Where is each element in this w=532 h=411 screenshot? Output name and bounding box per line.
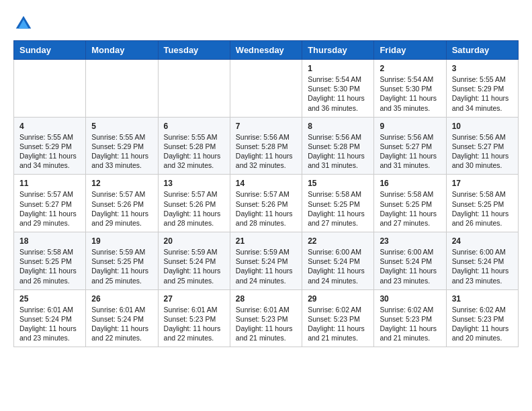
day-number: 11 bbox=[19, 179, 80, 188]
calendar-week-row: 11Sunrise: 5:57 AM Sunset: 5:27 PM Dayli… bbox=[14, 175, 519, 232]
calendar-cell: 16Sunrise: 5:58 AM Sunset: 5:25 PM Dayli… bbox=[374, 175, 446, 232]
day-info: Sunrise: 6:01 AM Sunset: 5:23 PM Dayligh… bbox=[236, 305, 296, 343]
calendar-cell: 18Sunrise: 5:58 AM Sunset: 5:25 PM Dayli… bbox=[14, 232, 86, 290]
calendar-cell: 8Sunrise: 5:56 AM Sunset: 5:28 PM Daylig… bbox=[302, 117, 374, 175]
day-info: Sunrise: 5:57 AM Sunset: 5:27 PM Dayligh… bbox=[19, 189, 80, 228]
calendar-cell: 6Sunrise: 5:55 AM Sunset: 5:28 PM Daylig… bbox=[158, 117, 230, 175]
day-number: 8 bbox=[308, 122, 368, 131]
day-info: Sunrise: 5:56 AM Sunset: 5:27 PM Dayligh… bbox=[452, 132, 513, 171]
day-info: Sunrise: 5:54 AM Sunset: 5:30 PM Dayligh… bbox=[380, 75, 440, 113]
day-number: 16 bbox=[380, 179, 440, 188]
day-number: 14 bbox=[236, 179, 296, 188]
weekday-header-saturday: Saturday bbox=[446, 41, 518, 60]
day-number: 10 bbox=[452, 122, 513, 131]
day-info: Sunrise: 6:00 AM Sunset: 5:24 PM Dayligh… bbox=[380, 247, 440, 285]
day-number: 12 bbox=[91, 179, 152, 188]
day-info: Sunrise: 5:57 AM Sunset: 5:26 PM Dayligh… bbox=[236, 189, 296, 228]
day-number: 26 bbox=[91, 294, 152, 304]
weekday-header-monday: Monday bbox=[86, 41, 158, 60]
calendar-cell: 28Sunrise: 6:01 AM Sunset: 5:23 PM Dayli… bbox=[230, 289, 302, 347]
day-number: 25 bbox=[19, 294, 80, 304]
day-number: 22 bbox=[308, 236, 368, 246]
calendar-cell: 14Sunrise: 5:57 AM Sunset: 5:26 PM Dayli… bbox=[230, 175, 302, 232]
calendar-cell: 4Sunrise: 5:55 AM Sunset: 5:29 PM Daylig… bbox=[14, 117, 86, 175]
calendar-week-row: 25Sunrise: 6:01 AM Sunset: 5:24 PM Dayli… bbox=[14, 289, 519, 347]
calendar-cell: 22Sunrise: 6:00 AM Sunset: 5:24 PM Dayli… bbox=[302, 232, 374, 290]
day-number: 18 bbox=[19, 236, 80, 246]
calendar-cell: 5Sunrise: 5:55 AM Sunset: 5:29 PM Daylig… bbox=[86, 117, 158, 175]
calendar-cell: 1Sunrise: 5:54 AM Sunset: 5:30 PM Daylig… bbox=[302, 60, 374, 118]
weekday-header-friday: Friday bbox=[374, 41, 446, 60]
day-info: Sunrise: 6:02 AM Sunset: 5:23 PM Dayligh… bbox=[380, 305, 440, 343]
day-info: Sunrise: 5:59 AM Sunset: 5:25 PM Dayligh… bbox=[91, 247, 152, 285]
weekday-header-wednesday: Wednesday bbox=[230, 41, 302, 60]
calendar-week-row: 4Sunrise: 5:55 AM Sunset: 5:29 PM Daylig… bbox=[14, 117, 519, 175]
calendar-cell: 7Sunrise: 5:56 AM Sunset: 5:28 PM Daylig… bbox=[230, 117, 302, 175]
weekday-header-tuesday: Tuesday bbox=[158, 41, 230, 60]
day-number: 28 bbox=[236, 294, 296, 304]
weekday-header-thursday: Thursday bbox=[302, 41, 374, 60]
day-info: Sunrise: 6:02 AM Sunset: 5:23 PM Dayligh… bbox=[308, 305, 368, 343]
day-info: Sunrise: 5:56 AM Sunset: 5:27 PM Dayligh… bbox=[380, 132, 440, 171]
calendar-cell: 29Sunrise: 6:02 AM Sunset: 5:23 PM Dayli… bbox=[302, 289, 374, 347]
day-info: Sunrise: 5:58 AM Sunset: 5:25 PM Dayligh… bbox=[308, 189, 368, 228]
day-info: Sunrise: 5:54 AM Sunset: 5:30 PM Dayligh… bbox=[308, 75, 368, 113]
day-info: Sunrise: 5:55 AM Sunset: 5:29 PM Dayligh… bbox=[452, 75, 513, 113]
calendar-cell: 13Sunrise: 5:57 AM Sunset: 5:26 PM Dayli… bbox=[158, 175, 230, 232]
calendar-cell bbox=[86, 60, 158, 118]
calendar-week-row: 18Sunrise: 5:58 AM Sunset: 5:25 PM Dayli… bbox=[14, 232, 519, 290]
day-number: 7 bbox=[236, 122, 296, 131]
day-info: Sunrise: 6:01 AM Sunset: 5:24 PM Dayligh… bbox=[91, 305, 152, 343]
day-number: 9 bbox=[380, 122, 440, 131]
day-number: 27 bbox=[164, 294, 224, 304]
page-header bbox=[13, 13, 519, 34]
calendar-cell: 17Sunrise: 5:58 AM Sunset: 5:25 PM Dayli… bbox=[446, 175, 518, 232]
day-number: 30 bbox=[380, 294, 440, 304]
day-number: 13 bbox=[164, 179, 224, 188]
calendar-cell: 24Sunrise: 6:00 AM Sunset: 5:24 PM Dayli… bbox=[446, 232, 518, 290]
day-number: 20 bbox=[164, 236, 224, 246]
day-info: Sunrise: 5:57 AM Sunset: 5:26 PM Dayligh… bbox=[164, 189, 224, 228]
calendar-cell: 27Sunrise: 6:01 AM Sunset: 5:23 PM Dayli… bbox=[158, 289, 230, 347]
logo-icon bbox=[13, 13, 34, 34]
calendar-cell: 23Sunrise: 6:00 AM Sunset: 5:24 PM Dayli… bbox=[374, 232, 446, 290]
calendar-cell: 10Sunrise: 5:56 AM Sunset: 5:27 PM Dayli… bbox=[446, 117, 518, 175]
calendar-cell: 9Sunrise: 5:56 AM Sunset: 5:27 PM Daylig… bbox=[374, 117, 446, 175]
day-number: 2 bbox=[380, 64, 440, 73]
calendar-cell: 11Sunrise: 5:57 AM Sunset: 5:27 PM Dayli… bbox=[14, 175, 86, 232]
day-info: Sunrise: 5:58 AM Sunset: 5:25 PM Dayligh… bbox=[19, 247, 80, 285]
day-number: 15 bbox=[308, 179, 368, 188]
day-info: Sunrise: 5:55 AM Sunset: 5:29 PM Dayligh… bbox=[19, 132, 80, 171]
day-info: Sunrise: 5:59 AM Sunset: 5:24 PM Dayligh… bbox=[164, 247, 224, 285]
calendar-cell: 3Sunrise: 5:55 AM Sunset: 5:29 PM Daylig… bbox=[446, 60, 518, 118]
day-number: 24 bbox=[452, 236, 513, 246]
calendar-cell: 30Sunrise: 6:02 AM Sunset: 5:23 PM Dayli… bbox=[374, 289, 446, 347]
day-number: 23 bbox=[380, 236, 440, 246]
day-info: Sunrise: 5:55 AM Sunset: 5:28 PM Dayligh… bbox=[164, 132, 224, 171]
day-info: Sunrise: 5:58 AM Sunset: 5:25 PM Dayligh… bbox=[452, 189, 513, 228]
calendar-cell bbox=[14, 60, 86, 118]
day-number: 4 bbox=[19, 122, 80, 131]
calendar-week-row: 1Sunrise: 5:54 AM Sunset: 5:30 PM Daylig… bbox=[14, 60, 519, 118]
calendar-header-row: SundayMondayTuesdayWednesdayThursdayFrid… bbox=[14, 41, 519, 60]
calendar-cell: 31Sunrise: 6:02 AM Sunset: 5:23 PM Dayli… bbox=[446, 289, 518, 347]
day-number: 29 bbox=[308, 294, 368, 304]
calendar-cell: 15Sunrise: 5:58 AM Sunset: 5:25 PM Dayli… bbox=[302, 175, 374, 232]
day-number: 21 bbox=[236, 236, 296, 246]
calendar-cell: 26Sunrise: 6:01 AM Sunset: 5:24 PM Dayli… bbox=[86, 289, 158, 347]
calendar-cell: 20Sunrise: 5:59 AM Sunset: 5:24 PM Dayli… bbox=[158, 232, 230, 290]
calendar-table: SundayMondayTuesdayWednesdayThursdayFrid… bbox=[13, 40, 519, 347]
day-info: Sunrise: 6:01 AM Sunset: 5:24 PM Dayligh… bbox=[19, 305, 80, 343]
day-number: 6 bbox=[164, 122, 224, 131]
day-info: Sunrise: 5:58 AM Sunset: 5:25 PM Dayligh… bbox=[380, 189, 440, 228]
calendar-cell bbox=[158, 60, 230, 118]
weekday-header-sunday: Sunday bbox=[14, 41, 86, 60]
day-number: 5 bbox=[91, 122, 152, 131]
calendar-cell: 12Sunrise: 5:57 AM Sunset: 5:26 PM Dayli… bbox=[86, 175, 158, 232]
calendar-cell bbox=[230, 60, 302, 118]
calendar-cell: 25Sunrise: 6:01 AM Sunset: 5:24 PM Dayli… bbox=[14, 289, 86, 347]
day-info: Sunrise: 6:02 AM Sunset: 5:23 PM Dayligh… bbox=[452, 305, 513, 343]
day-info: Sunrise: 6:01 AM Sunset: 5:23 PM Dayligh… bbox=[164, 305, 224, 343]
day-number: 1 bbox=[308, 64, 368, 73]
day-info: Sunrise: 5:56 AM Sunset: 5:28 PM Dayligh… bbox=[308, 132, 368, 171]
